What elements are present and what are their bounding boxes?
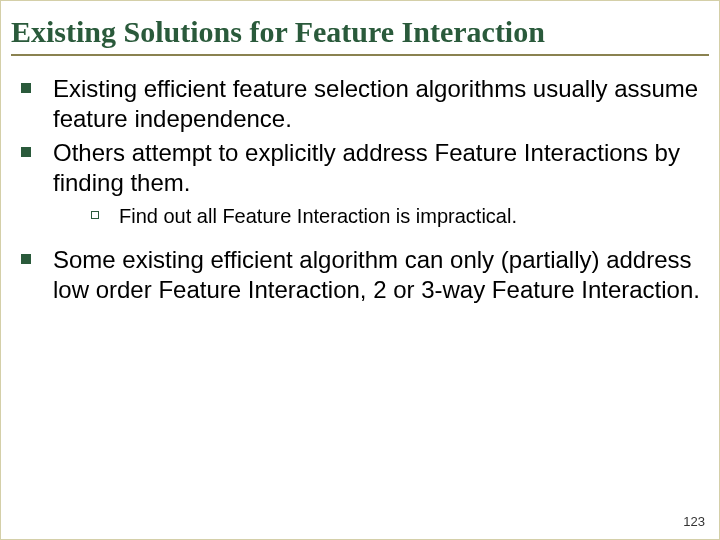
bullet-list: Existing efficient feature selection alg…: [11, 74, 709, 305]
sub-bullet-text: Find out all Feature Interaction is impr…: [119, 204, 517, 229]
bullet-text: Some existing efficient algorithm can on…: [53, 245, 709, 305]
hollow-square-bullet-icon: [91, 211, 99, 219]
bullet-item: Some existing efficient algorithm can on…: [21, 245, 709, 305]
slide: Existing Solutions for Feature Interacti…: [11, 15, 709, 537]
square-bullet-icon: [21, 83, 31, 93]
title-container: Existing Solutions for Feature Interacti…: [11, 15, 709, 56]
slide-title: Existing Solutions for Feature Interacti…: [11, 15, 709, 50]
square-bullet-icon: [21, 147, 31, 157]
square-bullet-icon: [21, 254, 31, 264]
bullet-text: Existing efficient feature selection alg…: [53, 74, 709, 134]
bullet-item: Existing efficient feature selection alg…: [21, 74, 709, 134]
page-number: 123: [683, 514, 705, 529]
sub-bullet-item: Find out all Feature Interaction is impr…: [21, 204, 709, 229]
bullet-text: Others attempt to explicitly address Fea…: [53, 138, 709, 198]
bullet-item: Others attempt to explicitly address Fea…: [21, 138, 709, 198]
